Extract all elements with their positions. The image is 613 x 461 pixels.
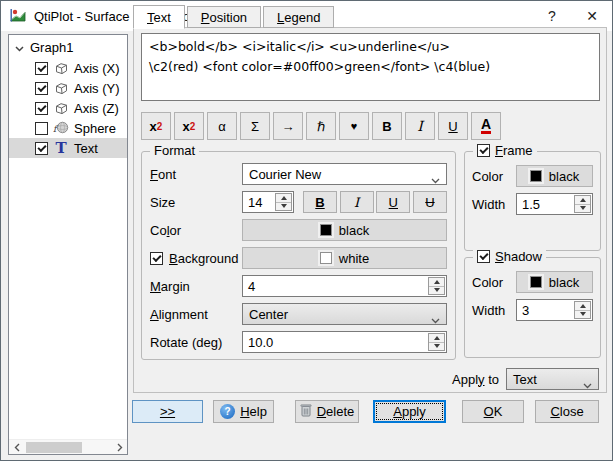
math-symbols-button[interactable]: ℏ xyxy=(306,112,336,140)
axis-cube-icon xyxy=(53,100,69,116)
tree-item-label: Sphere xyxy=(74,121,116,136)
spin-down-icon[interactable] xyxy=(429,343,444,351)
rotate-label: Rotate (deg) xyxy=(150,335,242,350)
axis-cube-icon xyxy=(53,60,69,76)
frame-group: Frame Color black Width 1.5 xyxy=(464,151,601,251)
tree-item-label: Axis (Z) xyxy=(74,101,119,116)
ok-button[interactable]: OK xyxy=(462,400,524,423)
frame-checkbox[interactable] xyxy=(477,144,490,157)
color-swatch xyxy=(530,276,542,288)
apply-button[interactable]: Apply xyxy=(373,400,446,423)
spin-up-icon[interactable] xyxy=(429,334,444,343)
arrow-symbols-button[interactable]: → xyxy=(273,112,303,140)
spin-up-icon[interactable] xyxy=(276,194,291,203)
tree-item-text[interactable]: T Text xyxy=(9,138,127,158)
size-row: Size 14 B I U U xyxy=(150,191,447,213)
rotate-spinbox[interactable]: 10.0 xyxy=(242,331,447,353)
spin-arrows[interactable] xyxy=(275,193,292,211)
shadow-checkbox[interactable] xyxy=(477,250,490,263)
frame-color-label: Color xyxy=(472,169,516,184)
spin-down-icon[interactable] xyxy=(575,205,590,213)
color-label: Color xyxy=(150,223,242,238)
scroll-right-icon[interactable] xyxy=(112,440,127,455)
frame-width-row: Width 1.5 xyxy=(472,193,593,215)
shadow-group-title: Shadow xyxy=(473,249,546,264)
apply-to-combobox[interactable]: Text xyxy=(506,368,599,390)
frame-width-label: Width xyxy=(472,197,516,212)
spin-down-icon[interactable] xyxy=(429,287,444,295)
axis-z-checkbox[interactable] xyxy=(35,102,48,115)
frame-width-spinbox[interactable]: 1.5 xyxy=(516,193,593,215)
margin-label: Margin xyxy=(150,279,242,294)
scroll-left-icon[interactable] xyxy=(9,440,24,455)
strikeout-toggle-button[interactable]: U xyxy=(413,191,447,213)
text-color-button[interactable]: black xyxy=(242,219,447,241)
margin-spinbox[interactable]: 4 xyxy=(242,275,447,297)
shadow-width-label: Width xyxy=(472,303,516,318)
text-icon: T xyxy=(53,140,69,156)
underline-toggle-button[interactable]: U xyxy=(376,191,410,213)
greek-uppercase-button[interactable]: Σ xyxy=(240,112,270,140)
alignment-label: Alignment xyxy=(150,307,242,322)
advanced-button[interactable]: >> xyxy=(132,400,203,423)
underline-button[interactable]: U xyxy=(438,112,468,140)
help-icon: ? xyxy=(220,404,235,419)
chevron-down-icon[interactable] xyxy=(15,40,24,55)
subscript-button[interactable]: x2 xyxy=(141,112,171,140)
size-spinbox[interactable]: 14 xyxy=(242,191,294,213)
superscript-button[interactable]: x2 xyxy=(174,112,204,140)
shadow-color-button[interactable]: black xyxy=(516,271,593,293)
bold-button[interactable]: B xyxy=(372,112,402,140)
background-color-button[interactable]: white xyxy=(242,247,447,269)
shadow-width-spinbox[interactable]: 3 xyxy=(516,299,593,321)
greek-lowercase-button[interactable]: α xyxy=(207,112,237,140)
text-tab-pane: <b>bold</b> <i>italic</i> <u>underline</… xyxy=(133,27,607,393)
font-combobox[interactable]: Courier New xyxy=(242,163,447,185)
bold-toggle-button[interactable]: B xyxy=(303,191,337,213)
spin-arrows[interactable] xyxy=(574,195,591,213)
tree-item-sphere[interactable]: f Sphere xyxy=(9,118,127,138)
tree-item-graph1[interactable]: Graph1 xyxy=(9,37,127,58)
delete-button[interactable]: Delete xyxy=(295,400,359,423)
font-row: Font Courier New xyxy=(150,163,447,185)
spin-arrows[interactable] xyxy=(428,277,445,295)
text-editor[interactable]: <b>bold</b> <i>italic</i> <u>underline</… xyxy=(141,33,600,101)
spin-down-icon[interactable] xyxy=(575,311,590,319)
help-button[interactable]: ? Help xyxy=(213,400,274,423)
frame-group-title: Frame xyxy=(473,143,537,158)
shadow-group: Shadow Color black Width 3 xyxy=(464,257,601,358)
background-row: Background white xyxy=(150,247,447,269)
spin-up-icon[interactable] xyxy=(429,278,444,287)
background-checkbox[interactable] xyxy=(150,252,163,265)
close-button[interactable]: Close xyxy=(535,400,599,423)
spin-arrows[interactable] xyxy=(428,333,445,351)
spin-down-icon[interactable] xyxy=(276,203,291,211)
background-label: Background xyxy=(150,251,242,266)
alignment-combobox[interactable]: Center xyxy=(242,303,447,325)
tab-legend[interactable]: Legend xyxy=(263,6,334,28)
tree-horizontal-scrollbar[interactable] xyxy=(9,439,127,454)
symbol-toolbar: x2 x2 α Σ → ℏ ♥ B I U A xyxy=(141,112,501,140)
italic-button[interactable]: I xyxy=(405,112,435,140)
frame-color-button[interactable]: black xyxy=(516,165,593,187)
format-group: Format Font Courier New Size 14 B I U xyxy=(141,151,456,360)
color-row: Color black xyxy=(150,219,447,241)
axis-x-checkbox[interactable] xyxy=(35,62,48,75)
text-checkbox[interactable] xyxy=(35,142,48,155)
tree-item-axis-y[interactable]: Axis (Y) xyxy=(9,78,127,98)
tree-item-axis-x[interactable]: Axis (X) xyxy=(9,58,127,78)
axis-y-checkbox[interactable] xyxy=(35,82,48,95)
special-symbols-button[interactable]: ♥ xyxy=(339,112,369,140)
tab-text[interactable]: Text xyxy=(133,5,185,29)
apply-to-row: Apply to Text xyxy=(452,368,599,390)
italic-toggle-button[interactable]: I xyxy=(340,191,374,213)
chevron-down-icon xyxy=(431,172,440,187)
spin-arrows[interactable] xyxy=(574,301,591,319)
tree-item-axis-z[interactable]: Axis (Z) xyxy=(9,98,127,118)
tab-position[interactable]: Position xyxy=(187,6,261,28)
spin-up-icon[interactable] xyxy=(575,196,590,205)
spin-up-icon[interactable] xyxy=(575,302,590,311)
sphere-checkbox[interactable] xyxy=(35,122,48,135)
scrollbar-thumb[interactable] xyxy=(26,442,82,453)
font-color-button[interactable]: A xyxy=(471,112,501,140)
